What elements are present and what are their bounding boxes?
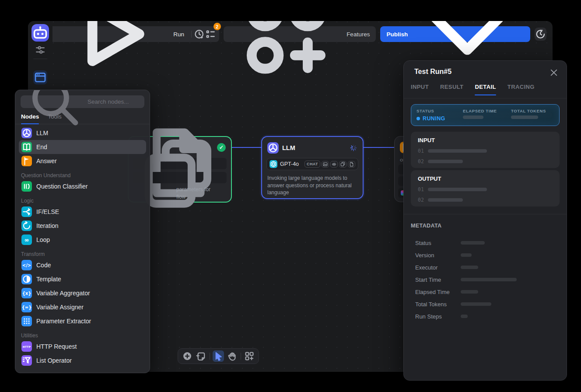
- node-item-if-else[interactable]: IF/ELSE: [19, 205, 146, 219]
- output-title: OUTPUT: [418, 175, 553, 182]
- answer-icon: [21, 156, 32, 166]
- input-title: INPUT: [418, 137, 553, 144]
- total-tokens-skeleton: [511, 116, 538, 119]
- test-run-tabs: INPUT RESULT DETAIL TRACING: [411, 84, 560, 95]
- parameter-extractor-icon: [21, 316, 32, 326]
- input-row: 02: [418, 158, 553, 164]
- input-card: INPUT 01 02: [411, 132, 560, 168]
- play-icon: [57, 21, 171, 91]
- metadata-row-version: Version: [411, 249, 560, 261]
- hand-mode-button[interactable]: [227, 350, 238, 362]
- group-header-transform: Transform: [21, 251, 144, 257]
- if-else-icon: [21, 206, 32, 217]
- run-status-card: STATUS RUNING ELAPSED TIME TOTAL TOKENS: [411, 104, 560, 126]
- variable-assigner-icon: {=}: [21, 302, 32, 312]
- rail-divider: [33, 59, 47, 59]
- node-item-template[interactable]: Template: [19, 272, 146, 286]
- node-item-http-request[interactable]: HTTP HTTP Request: [19, 340, 146, 354]
- node-item-variable-aggregator[interactable]: {x} Variable Aggregator: [19, 286, 146, 300]
- node-search-panel: Nodes Tools LLM End Answer Question Unde…: [15, 90, 150, 373]
- chat-mode-badge: CHAT: [304, 161, 320, 168]
- tab-nodes[interactable]: Nodes: [21, 113, 39, 124]
- features-button[interactable]: Features: [224, 26, 376, 42]
- output-row: 02: [418, 197, 553, 203]
- question-classifier-icon: [21, 181, 32, 192]
- edge-llm-to-end: [364, 147, 394, 148]
- tab-tracing[interactable]: TRACING: [508, 84, 535, 95]
- llm-node-icon: [267, 142, 279, 154]
- metadata-title: METADATA: [411, 223, 442, 229]
- metadata-rows: Status Version Executor Start Time Elaps…: [411, 237, 560, 322]
- http-request-icon: HTTP: [21, 341, 32, 352]
- metadata-row-status: Status: [411, 237, 560, 249]
- node-item-parameter-extractor[interactable]: Parameter Extractor: [19, 314, 146, 328]
- node-item-loop[interactable]: ∞ Loop: [19, 233, 146, 247]
- group-header-question-understand: Question Understand: [21, 172, 144, 178]
- metadata-row-total-tokens: Total Tokens: [411, 298, 560, 310]
- vision-capability-icon: [322, 161, 329, 168]
- edge-start-to-llm: [232, 147, 261, 148]
- files-capability-icon: [339, 161, 346, 168]
- audio-capability-icon: [330, 161, 338, 168]
- openai-icon: [270, 160, 277, 168]
- iteration-icon: [21, 220, 32, 231]
- elapsed-time-label: ELAPSED TIME: [463, 108, 511, 113]
- node-item-answer[interactable]: Answer: [19, 154, 146, 168]
- tab-tools[interactable]: Tools: [48, 113, 62, 124]
- node-item-code[interactable]: </> Code: [19, 258, 146, 272]
- input-row: 01: [418, 148, 553, 154]
- group-header-utilities: Utilities: [21, 332, 144, 339]
- features-icon: [230, 21, 343, 91]
- search-input[interactable]: [88, 98, 140, 105]
- list-operator-icon: [21, 355, 32, 366]
- toolbar-divider: [241, 353, 241, 360]
- version-history-button[interactable]: [535, 28, 546, 41]
- publish-button[interactable]: Publish: [380, 26, 530, 42]
- test-run-title: Test Run#5: [414, 68, 452, 76]
- pointer-mode-button[interactable]: [213, 350, 224, 362]
- node-item-question-classifier[interactable]: Question Classifier: [19, 179, 146, 193]
- node-list: LLM End Answer Question Understand Quest…: [15, 124, 150, 368]
- status-label: STATUS: [416, 108, 463, 113]
- workflow-settings-icon[interactable]: [34, 44, 46, 56]
- node-item-variable-assigner[interactable]: {=} Variable Assigner: [19, 300, 146, 314]
- total-tokens-label: TOTAL TOKENS: [511, 108, 546, 113]
- variable-aggregator-icon: {x}: [21, 288, 32, 298]
- section-divider: [404, 214, 567, 214]
- notification-badge: 2: [214, 23, 221, 30]
- llm-node[interactable]: LLM GPT-4o CHAT Invoking large language …: [261, 136, 364, 199]
- add-note-button[interactable]: [196, 350, 207, 362]
- llm-node-title: LLM: [282, 144, 295, 151]
- tab-input[interactable]: INPUT: [411, 84, 429, 95]
- canvas-toolbar: [178, 348, 259, 364]
- group-header-logic: Logic: [21, 198, 144, 204]
- metadata-row-run-steps: Run Steps: [411, 310, 560, 322]
- node-item-list-operator[interactable]: List Operator: [19, 354, 146, 368]
- run-history-icon[interactable]: [193, 28, 205, 41]
- organize-nodes-button[interactable]: [244, 350, 255, 362]
- run-button[interactable]: Run: [52, 26, 190, 42]
- llm-icon: [21, 128, 32, 138]
- toolbar-divider: [210, 353, 210, 360]
- llm-node-description: Invoking large language models to answer…: [267, 175, 357, 196]
- output-row: 01: [418, 186, 553, 192]
- close-icon[interactable]: [549, 68, 559, 77]
- tab-detail[interactable]: DETAIL: [475, 84, 496, 95]
- model-name: GPT-4o: [280, 161, 302, 167]
- app-robot-icon[interactable]: [32, 24, 49, 42]
- search-icon: [24, 90, 84, 132]
- end-icon: [21, 142, 32, 152]
- tab-result[interactable]: RESULT: [440, 84, 463, 95]
- node-item-iteration[interactable]: Iteration: [19, 219, 146, 233]
- preview-window-icon[interactable]: [33, 70, 47, 84]
- run-button-group: Run 2: [49, 26, 219, 42]
- start-node-description: parameters for flow: [176, 186, 210, 201]
- tabs-divider: [404, 98, 567, 98]
- node-item-end[interactable]: End: [19, 140, 146, 154]
- document-capability-icon: [348, 161, 355, 168]
- search-box[interactable]: [21, 95, 144, 108]
- model-selector[interactable]: GPT-4o CHAT: [266, 158, 358, 170]
- add-node-button[interactable]: [182, 350, 193, 362]
- code-icon: </>: [21, 260, 32, 270]
- output-card: OUTPUT 01 02: [411, 170, 560, 206]
